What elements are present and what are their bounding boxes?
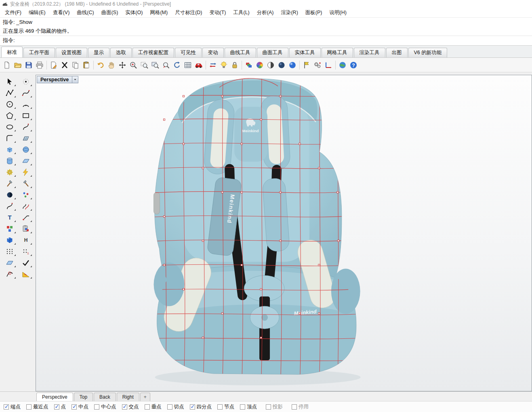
- project-checkbox[interactable]: [266, 404, 271, 410]
- disable-checkbox[interactable]: [292, 404, 297, 410]
- ghosted-mode-button[interactable]: [276, 59, 287, 71]
- menu-tools[interactable]: 工具(L): [229, 8, 253, 17]
- tab-mesh-tools[interactable]: 网格工具: [322, 48, 353, 57]
- tab-new-in-v6[interactable]: V6 的新功能: [408, 48, 448, 57]
- grid-numbered-button[interactable]: [19, 246, 33, 257]
- snap-center-checkbox[interactable]: [94, 404, 99, 410]
- tab-display[interactable]: 显示: [88, 48, 109, 57]
- menu-dimension[interactable]: 尺寸标注(D): [171, 8, 206, 17]
- snap-point[interactable]: 点: [54, 404, 66, 410]
- tab-curve-tools[interactable]: 曲线工具: [225, 48, 256, 57]
- menu-render[interactable]: 渲染(R): [277, 8, 301, 17]
- tab-surface-tools[interactable]: 曲面工具: [257, 48, 288, 57]
- new-file-button[interactable]: [2, 59, 12, 71]
- undo-button[interactable]: [95, 59, 106, 71]
- viewport-tab-back[interactable]: Back: [94, 393, 116, 401]
- snap-quadrant-checkbox[interactable]: [190, 404, 195, 410]
- add-viewport-tab-button[interactable]: +: [140, 393, 150, 401]
- menu-panels[interactable]: 面板(P): [302, 8, 326, 17]
- open-file-button[interactable]: [13, 59, 23, 71]
- snap-knot-checkbox[interactable]: [217, 404, 223, 410]
- menu-surface[interactable]: 曲面(S): [98, 8, 122, 17]
- text-button[interactable]: [3, 212, 17, 223]
- snap-quadrant[interactable]: 四分点: [190, 404, 212, 410]
- print-button[interactable]: [34, 59, 45, 71]
- viewport-tab-top[interactable]: Top: [74, 393, 93, 401]
- flat-surface-button[interactable]: [3, 257, 17, 268]
- flash-boolean-button[interactable]: [19, 167, 33, 177]
- gear-tools-button[interactable]: [3, 167, 17, 177]
- lamp-button[interactable]: [219, 59, 229, 71]
- tab-set-view[interactable]: 设置视图: [56, 48, 87, 57]
- menu-help[interactable]: 说明(H): [326, 8, 350, 17]
- snap-tangent[interactable]: 切点: [167, 404, 184, 410]
- swap-view-button[interactable]: [208, 59, 218, 71]
- disable-toggle[interactable]: 停用: [292, 404, 309, 410]
- polyline-button[interactable]: [3, 87, 17, 98]
- zoom-selected-button[interactable]: [161, 59, 171, 71]
- leader-button[interactable]: [19, 212, 33, 223]
- lock-button[interactable]: [229, 59, 240, 71]
- snap-tangent-checkbox[interactable]: [167, 404, 172, 410]
- plane-button[interactable]: [19, 155, 33, 166]
- viewport-tab-perspective[interactable]: Perspective: [36, 393, 73, 401]
- tab-viewport-layout[interactable]: 工作视窗配置: [132, 48, 174, 57]
- point-button[interactable]: [19, 76, 33, 87]
- earth-button[interactable]: [337, 59, 348, 71]
- perspective-viewport[interactable]: Perspective: [36, 75, 532, 391]
- split-button[interactable]: [19, 178, 33, 189]
- viewport-tab-right[interactable]: Right: [117, 393, 139, 401]
- ellipse-button[interactable]: [3, 121, 17, 132]
- surface-button[interactable]: [19, 133, 33, 144]
- curvature-button[interactable]: [3, 268, 17, 279]
- rendered-mode-button[interactable]: [287, 59, 298, 71]
- zoom-window-button[interactable]: [150, 59, 160, 71]
- snap-perpendicular[interactable]: 垂点: [145, 404, 162, 410]
- check-button[interactable]: [19, 257, 33, 268]
- tab-drafting[interactable]: 出图: [386, 48, 408, 57]
- cut-button[interactable]: [59, 59, 70, 71]
- block-insert-button[interactable]: [19, 223, 33, 234]
- menu-file[interactable]: 文件(F): [1, 8, 25, 17]
- rotate-view-button[interactable]: [172, 59, 182, 71]
- copy-button[interactable]: [70, 59, 81, 71]
- menu-edit[interactable]: 编辑(E): [25, 8, 49, 17]
- viewport-title[interactable]: Perspective: [37, 76, 72, 83]
- menu-transform[interactable]: 变动(T): [206, 8, 230, 17]
- viewport-menu-button[interactable]: [72, 76, 78, 83]
- draft-angle-button[interactable]: [19, 268, 33, 279]
- freeform-curve-button[interactable]: [19, 121, 33, 132]
- blend-curve-button[interactable]: [19, 201, 33, 211]
- tab-solid-tools[interactable]: 实体工具: [289, 48, 321, 57]
- circle-button[interactable]: [3, 99, 17, 110]
- snap-near-checkbox[interactable]: [26, 404, 32, 410]
- block-define-button[interactable]: [3, 223, 17, 234]
- arc-button[interactable]: [19, 99, 33, 110]
- select-cursor-button[interactable]: [3, 76, 17, 87]
- grid-points-button[interactable]: [3, 246, 17, 257]
- edit-copy-button[interactable]: [48, 59, 59, 71]
- snap-mid-checkbox[interactable]: [71, 404, 77, 410]
- point-cloud-button[interactable]: [19, 189, 33, 200]
- control-curve-button[interactable]: [19, 87, 33, 98]
- snap-vertex[interactable]: 顶点: [240, 404, 257, 410]
- snap-intersection-checkbox[interactable]: [122, 404, 127, 410]
- snap-near[interactable]: 最近点: [26, 404, 48, 410]
- help-button[interactable]: [348, 59, 359, 71]
- hidden-label-cell[interactable]: H: [19, 235, 33, 245]
- tab-select[interactable]: 选取: [110, 48, 132, 57]
- snap-point-checkbox[interactable]: [54, 404, 59, 410]
- tab-render-tools[interactable]: 渲染工具: [354, 48, 385, 57]
- snap-perpendicular-checkbox[interactable]: [145, 404, 150, 410]
- boolean-sphere-button[interactable]: [3, 189, 17, 200]
- layer-colors-button[interactable]: [244, 59, 254, 71]
- move-button[interactable]: [117, 59, 128, 71]
- seat-model-canvas[interactable]: Meinkind Meinkind Meinkind: [36, 75, 532, 391]
- snap-center[interactable]: 中心点: [94, 404, 116, 410]
- box-button[interactable]: [3, 144, 17, 155]
- flag-button[interactable]: [301, 59, 312, 71]
- paste-button[interactable]: [81, 59, 92, 71]
- menu-analyze[interactable]: 分析(A): [253, 8, 278, 17]
- tab-visibility[interactable]: 可见性: [175, 48, 202, 57]
- trim-button[interactable]: [3, 178, 17, 189]
